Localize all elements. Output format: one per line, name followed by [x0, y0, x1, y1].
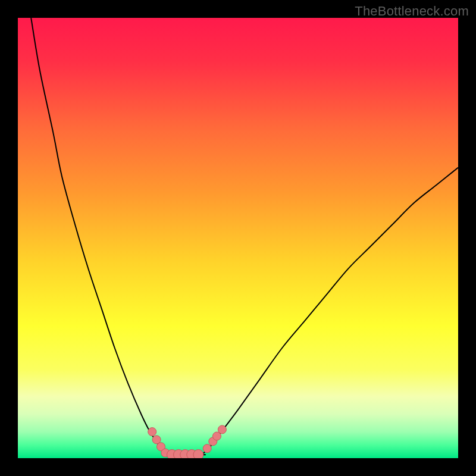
marker-dot — [193, 450, 203, 458]
marker-dot — [203, 444, 211, 453]
chart-frame: TheBottleneck.com — [0, 0, 476, 476]
watermark-text: TheBottleneck.com — [355, 4, 469, 19]
curve-layer — [18, 18, 458, 458]
bottleneck-curve — [31, 18, 458, 455]
marker-group — [148, 425, 227, 458]
marker-dot — [148, 428, 156, 436]
plot-area — [18, 18, 458, 458]
marker-dot — [218, 425, 226, 434]
